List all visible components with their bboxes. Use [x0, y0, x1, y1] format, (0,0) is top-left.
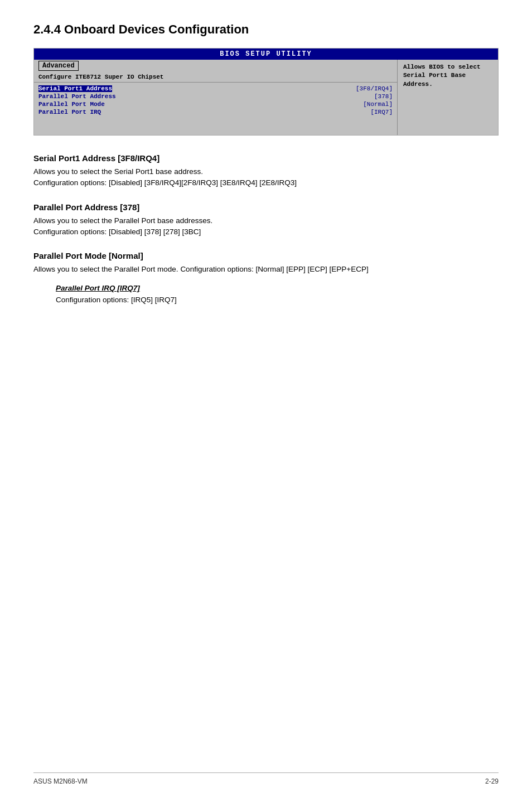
bios-item-row: Parallel Port Address[378] — [38, 93, 393, 100]
page-footer: ASUS M2N68-VM 2-29 — [33, 772, 499, 785]
section-title: Serial Port1 Address [3F8/IRQ4] — [33, 153, 499, 163]
bios-screenshot: BIOS SETUP UTILITY Advanced Configure IT… — [33, 48, 499, 136]
bios-item-value: [378] — [374, 93, 393, 100]
section-title: Parallel Port Mode [Normal] — [33, 251, 499, 260]
bios-body: Advanced Configure ITE8712 Super IO Chip… — [34, 60, 498, 135]
bios-item-value: [IRQ7] — [370, 109, 393, 115]
section-body2: Configuration options: [Disabled] [378] … — [33, 226, 499, 238]
bios-tab-advanced: Advanced — [38, 61, 79, 71]
bios-footer-space — [34, 118, 397, 135]
section-body: Allows you to select the Serial Port1 ba… — [33, 166, 499, 177]
bios-item-row: Serial Port1 Address[3F8/IRQ4] — [38, 85, 393, 93]
bios-help-panel: Allows BIOS to select Serial Port1 Base … — [398, 60, 498, 135]
section-parallel-port-mode: Parallel Port Mode [Normal]Allows you to… — [33, 251, 499, 306]
section-body: Allows you to select the Parallel Port b… — [33, 215, 499, 226]
subsection-title: Parallel Port IRQ [IRQ7] — [56, 284, 499, 292]
bios-item-label: Parallel Port Mode — [38, 101, 105, 108]
section-serial-port1: Serial Port1 Address [3F8/IRQ4]Allows yo… — [33, 153, 499, 189]
bios-item-row: Parallel Port Mode[Normal] — [38, 100, 393, 108]
subsection: Parallel Port IRQ [IRQ7]Configuration op… — [33, 284, 499, 306]
section-parallel-port-address: Parallel Port Address [378]Allows you to… — [33, 202, 499, 238]
bios-left-panel: Advanced Configure ITE8712 Super IO Chip… — [34, 60, 398, 135]
bios-item-label: Parallel Port IRQ — [38, 109, 101, 115]
bios-item-value: [Normal] — [363, 101, 393, 108]
section-title: Parallel Port Address [378] — [33, 202, 499, 212]
section-body: Allows you to select the Parallel Port m… — [33, 264, 499, 275]
bios-item-row: Parallel Port IRQ[IRQ7] — [38, 108, 393, 116]
page-title: 2.4.4 Onboard Devices Configuration — [33, 22, 499, 37]
bios-header: BIOS SETUP UTILITY — [34, 49, 498, 60]
section-body2: Configuration options: [Disabled] [3F8/I… — [33, 177, 499, 189]
footer-left: ASUS M2N68-VM — [33, 777, 88, 785]
bios-item-label: Serial Port1 Address — [38, 85, 112, 92]
sections-container: Serial Port1 Address [3F8/IRQ4]Allows yo… — [33, 153, 499, 306]
bios-help-text: Allows BIOS to select Serial Port1 Base … — [403, 64, 481, 88]
subsection-body: Configuration options: [IRQ5] [IRQ7] — [56, 294, 499, 306]
bios-items: Serial Port1 Address[3F8/IRQ4]Parallel P… — [34, 83, 397, 118]
bios-item-label: Parallel Port Address — [38, 93, 116, 100]
bios-section-header: Configure ITE8712 Super IO Chipset — [34, 72, 397, 83]
bios-item-value: [3F8/IRQ4] — [356, 85, 393, 92]
bios-tab-bar: Advanced — [34, 60, 397, 72]
footer-right: 2-29 — [485, 777, 499, 785]
